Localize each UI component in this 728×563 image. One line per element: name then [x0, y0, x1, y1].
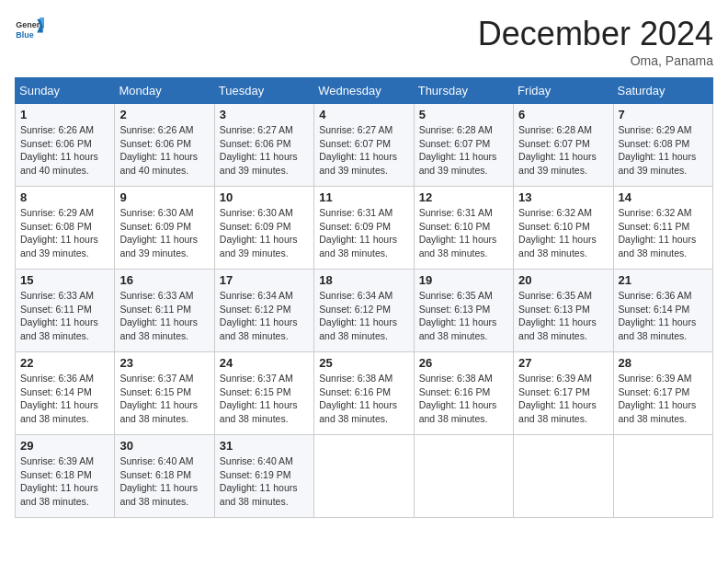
svg-text:Blue: Blue — [16, 30, 33, 40]
day-info: Sunrise: 6:30 AMSunset: 6:09 PMDaylight:… — [119, 206, 209, 260]
calendar-day-cell: 23Sunrise: 6:37 AMSunset: 6:15 PMDayligh… — [115, 352, 214, 435]
day-info: Sunrise: 6:34 AMSunset: 6:12 PMDaylight:… — [220, 289, 309, 343]
day-info: Sunrise: 6:40 AMSunset: 6:18 PMDaylight:… — [119, 454, 209, 509]
day-number: 21 — [619, 273, 708, 287]
day-info: Sunrise: 6:35 AMSunset: 6:13 PMDaylight:… — [419, 289, 508, 343]
calendar-day-cell: 29Sunrise: 6:39 AMSunset: 6:18 PMDayligh… — [16, 435, 115, 518]
day-info: Sunrise: 6:29 AMSunset: 6:08 PMDaylight:… — [619, 123, 708, 178]
day-info: Sunrise: 6:30 AMSunset: 6:09 PMDaylight:… — [220, 206, 309, 260]
logo-icon: General Blue — [15, 15, 44, 44]
calendar-day-cell: 17Sunrise: 6:34 AMSunset: 6:12 PMDayligh… — [214, 270, 313, 352]
calendar-day-cell — [414, 435, 513, 518]
location-subtitle: Oma, Panama — [478, 53, 713, 68]
day-info: Sunrise: 6:37 AMSunset: 6:15 PMDaylight:… — [119, 372, 209, 426]
day-number: 16 — [119, 273, 209, 287]
calendar-day-cell: 31Sunrise: 6:40 AMSunset: 6:19 PMDayligh… — [214, 435, 313, 518]
day-info: Sunrise: 6:32 AMSunset: 6:10 PMDaylight:… — [518, 206, 608, 260]
day-info: Sunrise: 6:32 AMSunset: 6:11 PMDaylight:… — [619, 206, 708, 260]
day-info: Sunrise: 6:33 AMSunset: 6:11 PMDaylight:… — [119, 289, 209, 343]
calendar-day-cell: 5Sunrise: 6:28 AMSunset: 6:07 PMDaylight… — [414, 104, 513, 187]
calendar-day-cell: 21Sunrise: 6:36 AMSunset: 6:14 PMDayligh… — [613, 270, 712, 352]
day-info: Sunrise: 6:31 AMSunset: 6:09 PMDaylight:… — [319, 206, 408, 260]
calendar-day-cell: 19Sunrise: 6:35 AMSunset: 6:13 PMDayligh… — [414, 270, 513, 352]
col-thursday: Thursday — [414, 78, 513, 104]
day-info: Sunrise: 6:38 AMSunset: 6:16 PMDaylight:… — [319, 372, 408, 426]
col-sunday: Sunday — [16, 78, 115, 104]
calendar-day-cell: 24Sunrise: 6:37 AMSunset: 6:15 PMDayligh… — [214, 352, 313, 435]
calendar-day-cell: 6Sunrise: 6:28 AMSunset: 6:07 PMDaylight… — [514, 104, 613, 187]
calendar-day-cell — [613, 435, 712, 518]
calendar-day-cell: 9Sunrise: 6:30 AMSunset: 6:09 PMDaylight… — [115, 187, 214, 270]
calendar-day-cell: 10Sunrise: 6:30 AMSunset: 6:09 PMDayligh… — [214, 187, 313, 270]
day-number: 23 — [119, 356, 209, 370]
col-tuesday: Tuesday — [214, 78, 313, 104]
calendar-day-cell: 7Sunrise: 6:29 AMSunset: 6:08 PMDaylight… — [613, 104, 712, 187]
day-number: 19 — [419, 273, 508, 287]
day-info: Sunrise: 6:39 AMSunset: 6:17 PMDaylight:… — [619, 372, 708, 426]
calendar-table: Sunday Monday Tuesday Wednesday Thursday… — [15, 77, 713, 518]
calendar-day-cell: 22Sunrise: 6:36 AMSunset: 6:14 PMDayligh… — [16, 352, 115, 435]
calendar-day-cell: 14Sunrise: 6:32 AMSunset: 6:11 PMDayligh… — [613, 187, 712, 270]
day-info: Sunrise: 6:26 AMSunset: 6:06 PMDaylight:… — [20, 123, 109, 178]
col-wednesday: Wednesday — [314, 78, 414, 104]
day-info: Sunrise: 6:28 AMSunset: 6:07 PMDaylight:… — [518, 123, 608, 178]
calendar-day-cell: 12Sunrise: 6:31 AMSunset: 6:10 PMDayligh… — [414, 187, 513, 270]
calendar-day-cell: 16Sunrise: 6:33 AMSunset: 6:11 PMDayligh… — [115, 270, 214, 352]
day-info: Sunrise: 6:40 AMSunset: 6:19 PMDaylight:… — [220, 454, 309, 509]
day-number: 20 — [518, 273, 608, 287]
day-number: 18 — [319, 273, 408, 287]
calendar-day-cell: 1Sunrise: 6:26 AMSunset: 6:06 PMDaylight… — [16, 104, 115, 187]
day-number: 12 — [419, 190, 508, 204]
calendar-day-cell: 15Sunrise: 6:33 AMSunset: 6:11 PMDayligh… — [16, 270, 115, 352]
month-title: December 2024 — [478, 15, 713, 53]
day-info: Sunrise: 6:28 AMSunset: 6:07 PMDaylight:… — [419, 123, 508, 178]
col-monday: Monday — [115, 78, 214, 104]
calendar-day-cell: 30Sunrise: 6:40 AMSunset: 6:18 PMDayligh… — [115, 435, 214, 518]
day-number: 25 — [319, 356, 408, 370]
day-number: 7 — [619, 108, 708, 121]
calendar-day-cell: 25Sunrise: 6:38 AMSunset: 6:16 PMDayligh… — [314, 352, 414, 435]
day-number: 31 — [220, 439, 309, 453]
calendar-day-cell: 3Sunrise: 6:27 AMSunset: 6:06 PMDaylight… — [214, 104, 313, 187]
day-info: Sunrise: 6:35 AMSunset: 6:13 PMDaylight:… — [518, 289, 608, 343]
day-info: Sunrise: 6:39 AMSunset: 6:17 PMDaylight:… — [518, 372, 608, 426]
day-number: 8 — [20, 190, 109, 204]
calendar-day-cell — [514, 435, 613, 518]
calendar-day-cell: 18Sunrise: 6:34 AMSunset: 6:12 PMDayligh… — [314, 270, 414, 352]
calendar-week-row: 8Sunrise: 6:29 AMSunset: 6:08 PMDaylight… — [16, 187, 713, 270]
day-number: 17 — [220, 273, 309, 287]
day-info: Sunrise: 6:37 AMSunset: 6:15 PMDaylight:… — [220, 372, 309, 426]
calendar-day-cell: 2Sunrise: 6:26 AMSunset: 6:06 PMDaylight… — [115, 104, 214, 187]
calendar-week-row: 22Sunrise: 6:36 AMSunset: 6:14 PMDayligh… — [16, 352, 713, 435]
day-number: 4 — [319, 108, 408, 121]
day-number: 26 — [419, 356, 508, 370]
calendar-day-cell: 27Sunrise: 6:39 AMSunset: 6:17 PMDayligh… — [514, 352, 613, 435]
calendar-day-cell: 20Sunrise: 6:35 AMSunset: 6:13 PMDayligh… — [514, 270, 613, 352]
day-info: Sunrise: 6:38 AMSunset: 6:16 PMDaylight:… — [419, 372, 508, 426]
day-number: 14 — [619, 190, 708, 204]
title-block: December 2024 Oma, Panama — [478, 15, 713, 68]
day-number: 5 — [419, 108, 508, 121]
day-info: Sunrise: 6:26 AMSunset: 6:06 PMDaylight:… — [119, 123, 209, 178]
col-saturday: Saturday — [613, 78, 712, 104]
calendar-day-cell: 28Sunrise: 6:39 AMSunset: 6:17 PMDayligh… — [613, 352, 712, 435]
day-number: 2 — [119, 108, 209, 121]
calendar-day-cell: 8Sunrise: 6:29 AMSunset: 6:08 PMDaylight… — [16, 187, 115, 270]
day-info: Sunrise: 6:39 AMSunset: 6:18 PMDaylight:… — [20, 454, 109, 509]
calendar-day-cell: 4Sunrise: 6:27 AMSunset: 6:07 PMDaylight… — [314, 104, 414, 187]
calendar-week-row: 29Sunrise: 6:39 AMSunset: 6:18 PMDayligh… — [16, 435, 713, 518]
day-number: 11 — [319, 190, 408, 204]
day-info: Sunrise: 6:29 AMSunset: 6:08 PMDaylight:… — [20, 206, 109, 260]
day-info: Sunrise: 6:36 AMSunset: 6:14 PMDaylight:… — [619, 289, 708, 343]
day-info: Sunrise: 6:27 AMSunset: 6:06 PMDaylight:… — [220, 123, 309, 178]
calendar-header-row: Sunday Monday Tuesday Wednesday Thursday… — [16, 78, 713, 104]
day-info: Sunrise: 6:31 AMSunset: 6:10 PMDaylight:… — [419, 206, 508, 260]
logo: General Blue — [15, 15, 44, 48]
day-number: 28 — [619, 356, 708, 370]
col-friday: Friday — [514, 78, 613, 104]
day-number: 27 — [518, 356, 608, 370]
day-number: 10 — [220, 190, 309, 204]
day-number: 22 — [20, 356, 109, 370]
page-header: General Blue December 2024 Oma, Panama — [15, 15, 713, 68]
calendar-day-cell: 26Sunrise: 6:38 AMSunset: 6:16 PMDayligh… — [414, 352, 513, 435]
